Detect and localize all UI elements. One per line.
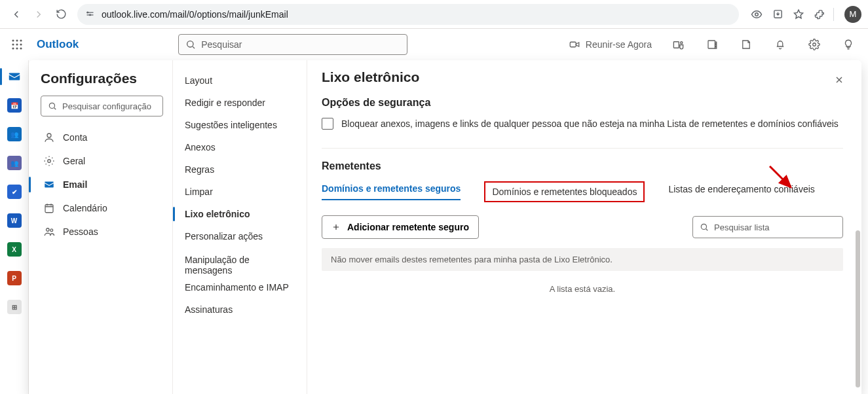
rail-people-icon[interactable]: 👥 bbox=[0, 120, 29, 148]
option-encaminhamento[interactable]: Encaminhamento e IMAP bbox=[173, 276, 307, 298]
settings-content-pane: Lixo eletrônico Opções de segurança Bloq… bbox=[307, 60, 861, 394]
svg-point-26 bbox=[701, 224, 706, 229]
settings-category-pane: Configurações Pesquisar configuração Con… bbox=[29, 60, 173, 394]
tips-bulb-icon[interactable] bbox=[835, 31, 861, 58]
svg-rect-14 bbox=[570, 42, 576, 47]
svg-point-8 bbox=[16, 43, 18, 45]
gear-icon bbox=[43, 155, 55, 167]
mail-icon bbox=[43, 179, 55, 190]
nav-back-button[interactable] bbox=[7, 5, 26, 24]
svg-point-12 bbox=[20, 47, 22, 49]
svg-point-13 bbox=[187, 41, 193, 47]
app-launcher-icon[interactable] bbox=[5, 33, 29, 56]
workspace: 📅 👥 👥 ✔ W X P ⊞ Configurações Pesquisar … bbox=[0, 60, 868, 394]
notifications-icon[interactable] bbox=[767, 31, 793, 58]
teams-icon[interactable] bbox=[665, 31, 691, 58]
category-conta[interactable]: Conta bbox=[41, 126, 163, 149]
settings-gear-icon[interactable] bbox=[801, 31, 827, 58]
notes-icon[interactable] bbox=[733, 31, 759, 58]
svg-point-18 bbox=[813, 43, 816, 46]
close-settings-button[interactable] bbox=[829, 69, 850, 90]
rail-word-icon[interactable]: W bbox=[0, 207, 29, 234]
option-sugestoes[interactable]: Sugestões inteligentes bbox=[173, 114, 307, 136]
address-bar[interactable]: outlook.live.com/mail/0/options/mail/jun… bbox=[77, 4, 739, 25]
nav-forward-button[interactable] bbox=[29, 5, 48, 24]
eye-icon[interactable] bbox=[747, 5, 766, 24]
search-icon bbox=[48, 101, 57, 111]
divider bbox=[322, 148, 843, 149]
rail-powerpoint-icon[interactable]: P bbox=[0, 264, 29, 292]
site-settings-icon bbox=[85, 9, 95, 19]
option-regras[interactable]: Regras bbox=[173, 158, 307, 181]
outlook-brand[interactable]: Outlook bbox=[37, 38, 79, 51]
option-manipulacao[interactable]: Manipulação de mensagens bbox=[173, 254, 307, 276]
svg-point-2 bbox=[755, 12, 759, 16]
add-safe-sender-button[interactable]: Adicionar remetente seguro bbox=[322, 215, 479, 239]
global-search-input[interactable]: Pesquisar bbox=[178, 34, 407, 55]
meet-now-button[interactable]: Reunir-se Agora bbox=[563, 31, 657, 58]
svg-point-11 bbox=[16, 47, 18, 49]
option-anexos[interactable]: Anexos bbox=[173, 136, 307, 158]
install-app-icon[interactable] bbox=[768, 5, 787, 24]
onenote-icon[interactable] bbox=[699, 31, 725, 58]
divider bbox=[833, 8, 834, 21]
block-attachments-row[interactable]: Bloquear anexos, imagens e links de qual… bbox=[322, 118, 843, 130]
svg-point-23 bbox=[47, 228, 50, 232]
settings-search-input[interactable]: Pesquisar configuração bbox=[41, 96, 163, 116]
svg-point-20 bbox=[47, 134, 51, 137]
rail-todo-icon[interactable]: ✔ bbox=[0, 178, 29, 206]
category-calendario[interactable]: Calendário bbox=[41, 196, 163, 220]
people-icon bbox=[43, 226, 55, 238]
svg-point-7 bbox=[12, 43, 14, 45]
svg-rect-15 bbox=[673, 41, 679, 48]
svg-point-6 bbox=[20, 39, 22, 41]
svg-point-5 bbox=[16, 39, 18, 41]
search-list-input[interactable]: Pesquisar lista bbox=[692, 216, 843, 238]
category-email[interactable]: Email bbox=[41, 173, 163, 196]
senders-section-title: Remetentes bbox=[322, 160, 843, 172]
option-personalizar[interactable]: Personalizar ações bbox=[173, 225, 307, 247]
nav-reload-button[interactable] bbox=[51, 5, 71, 24]
close-icon bbox=[834, 75, 844, 85]
settings-options-pane: Layout Redigir e responder Sugestões int… bbox=[173, 60, 307, 394]
tab-safe-senders[interactable]: Domínios e remetentes seguros bbox=[322, 183, 461, 200]
category-geral[interactable]: Geral bbox=[41, 149, 163, 173]
settings-title: Configurações bbox=[41, 71, 163, 86]
search-icon bbox=[185, 39, 196, 50]
profile-avatar[interactable]: M bbox=[844, 6, 861, 23]
option-redigir[interactable]: Redigir e responder bbox=[173, 92, 307, 114]
page-title: Lixo eletrônico bbox=[322, 69, 843, 85]
svg-point-19 bbox=[49, 103, 54, 108]
senders-tabs: Domínios e remetentes seguros Domínios e… bbox=[322, 181, 843, 202]
address-bar-url: outlook.live.com/mail/0/options/mail/jun… bbox=[102, 9, 288, 20]
security-section-title: Opções de segurança bbox=[322, 97, 843, 109]
outlook-header: Outlook Pesquisar Reunir-se Agora bbox=[0, 29, 868, 60]
search-placeholder: Pesquisar bbox=[201, 39, 242, 50]
rail-more-apps-icon[interactable]: ⊞ bbox=[0, 293, 29, 321]
option-assinaturas[interactable]: Assinaturas bbox=[173, 298, 307, 321]
option-layout[interactable]: Layout bbox=[173, 69, 307, 92]
rail-excel-icon[interactable]: X bbox=[0, 236, 29, 263]
option-lixo-eletronico[interactable]: Lixo eletrônico bbox=[173, 203, 307, 225]
tab-safe-lists[interactable]: Listas de endereçamento confiáveis bbox=[668, 184, 814, 200]
action-row: Adicionar remetente seguro Pesquisar lis… bbox=[322, 215, 843, 239]
block-attachments-label: Bloquear anexos, imagens e links de qual… bbox=[341, 118, 839, 129]
rail-calendar-icon[interactable]: 📅 bbox=[0, 92, 29, 119]
app-rail: 📅 👥 👥 ✔ W X P ⊞ bbox=[0, 60, 29, 394]
video-icon bbox=[569, 39, 580, 50]
option-limpar[interactable]: Limpar bbox=[173, 181, 307, 203]
svg-point-24 bbox=[50, 229, 53, 232]
block-attachments-checkbox[interactable] bbox=[322, 118, 333, 130]
category-pessoas[interactable]: Pessoas bbox=[41, 220, 163, 243]
extensions-icon[interactable] bbox=[810, 5, 829, 24]
svg-rect-22 bbox=[45, 205, 53, 213]
rail-groups-icon[interactable]: 👥 bbox=[0, 149, 29, 177]
scrollbar-thumb[interactable] bbox=[856, 230, 860, 387]
rail-mail-icon[interactable] bbox=[0, 63, 29, 90]
hint-stripe: Não mover emails destes remetentes para … bbox=[322, 248, 843, 271]
search-icon bbox=[700, 223, 709, 232]
empty-list-text: A lista está vazia. bbox=[322, 284, 843, 294]
bookmark-star-icon[interactable] bbox=[789, 5, 808, 24]
calendar-icon bbox=[43, 202, 55, 214]
tab-blocked-senders[interactable]: Domínios e remetentes bloqueados bbox=[484, 181, 645, 202]
